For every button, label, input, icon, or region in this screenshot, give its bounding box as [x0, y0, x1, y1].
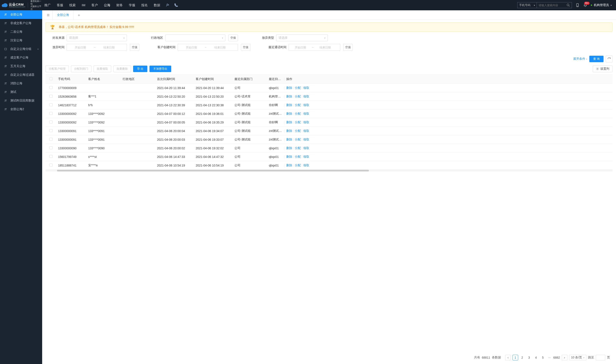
select-all[interactable]	[46, 77, 56, 81]
op-删除[interactable]: 删除	[286, 155, 292, 159]
nav-公海[interactable]: 公海	[104, 3, 110, 7]
op-分配[interactable]: 分配	[295, 95, 301, 99]
mobile-icon[interactable]	[575, 3, 580, 7]
op-领取[interactable]: 领取	[303, 95, 309, 99]
end-date-input[interactable]	[206, 46, 233, 49]
sidebar-item-消防公海[interactable]: 消防公海	[0, 79, 42, 88]
null-button[interactable]: 空值	[130, 44, 139, 51]
nav-财务[interactable]: 财务	[116, 3, 123, 7]
op-删除[interactable]: 删除	[286, 86, 292, 90]
op-删除[interactable]: 删除	[286, 95, 292, 99]
search-icon[interactable]	[565, 3, 572, 8]
page-5[interactable]: 5	[540, 355, 546, 360]
export-unencrypted-button[interactable]: 不加密导出	[150, 66, 171, 72]
op-领取[interactable]: 领取	[303, 146, 309, 150]
page-3[interactable]: 3	[526, 355, 532, 360]
op-分配[interactable]: 分配	[295, 129, 301, 133]
assign-dept-button[interactable]: 分配到部门	[71, 65, 91, 72]
nav-报名[interactable]: 报名	[141, 3, 148, 7]
row-checkbox[interactable]	[46, 138, 56, 141]
start-date-input[interactable]	[289, 46, 312, 49]
op-领取[interactable]: 领取	[303, 138, 309, 142]
last-page[interactable]: 6882	[553, 355, 560, 360]
tab-all-public[interactable]: 全部公海	[52, 10, 74, 20]
add-user-icon[interactable]	[166, 3, 170, 7]
op-分配[interactable]: 分配	[295, 103, 301, 107]
sidebar-item-测试[interactable]: 测试	[0, 88, 42, 96]
row-checkbox[interactable]	[46, 146, 56, 150]
null-button[interactable]: 空值	[228, 34, 238, 41]
prev-page[interactable]: ‹	[505, 355, 511, 360]
op-删除[interactable]: 删除	[286, 129, 292, 133]
next-page[interactable]: ›	[562, 355, 567, 360]
nav-数据[interactable]: 数据	[154, 3, 160, 7]
filter-select[interactable]: 请选择▾	[67, 34, 127, 41]
sidebar-item-测试昨日回库数据[interactable]: 测试昨日回库数据	[0, 96, 42, 105]
bell-icon[interactable]: 99+	[583, 3, 587, 7]
row-checkbox[interactable]	[46, 129, 56, 133]
row-checkbox[interactable]	[46, 164, 56, 167]
row-checkbox[interactable]	[46, 155, 56, 158]
nav-客服[interactable]: 客服	[57, 3, 63, 7]
op-领取[interactable]: 领取	[303, 86, 309, 90]
null-button[interactable]: 空值	[241, 44, 250, 51]
op-分配[interactable]: 分配	[295, 155, 301, 159]
op-分配[interactable]: 分配	[295, 120, 301, 124]
row-checkbox[interactable]	[46, 112, 56, 116]
sidebar-item-自定义公海过滤器[interactable]: 自定义公海过滤器	[0, 71, 42, 79]
op-领取[interactable]: 领取	[303, 120, 309, 124]
sidebar-item-自定义公海分组[interactable]: 自定义公海分组▾	[0, 45, 42, 53]
sidebar-item-全部公海[interactable]: 全部公海	[0, 10, 42, 19]
page-1[interactable]: 1	[513, 355, 518, 360]
end-date-input[interactable]	[95, 46, 122, 49]
row-checkbox[interactable]	[46, 120, 56, 124]
sidebar-item-二咨公海[interactable]: 二咨公海	[0, 27, 42, 36]
search-type-select[interactable]: 手机号码 ▾	[517, 2, 537, 8]
end-date-input[interactable]	[314, 46, 337, 49]
start-date-input[interactable]	[67, 46, 94, 49]
refresh-button[interactable]	[606, 55, 613, 62]
row-checkbox[interactable]	[46, 95, 56, 98]
op-分配[interactable]: 分配	[295, 138, 301, 142]
page-2[interactable]: 2	[519, 355, 525, 360]
jump-input[interactable]	[596, 355, 605, 360]
filter-select[interactable]: 请选择▾	[276, 34, 328, 41]
op-删除[interactable]: 删除	[286, 164, 292, 167]
start-date-input[interactable]	[178, 46, 205, 49]
op-删除[interactable]: 删除	[286, 112, 292, 116]
column-settings-button[interactable]: 设置列	[593, 65, 613, 72]
filter-select[interactable]: ▾	[165, 34, 225, 41]
add-tab-button[interactable]: ＋	[74, 13, 84, 18]
export-button[interactable]: 导 出	[133, 66, 147, 72]
page-4[interactable]: 4	[533, 355, 539, 360]
op-分配[interactable]: 分配	[295, 112, 301, 116]
op-领取[interactable]: 领取	[303, 129, 309, 133]
query-button[interactable]: 查 询	[589, 56, 603, 62]
op-分配[interactable]: 分配	[295, 146, 301, 150]
collapse-sidebar-icon[interactable]	[44, 13, 52, 17]
op-删除[interactable]: 删除	[286, 138, 292, 142]
assign-manager-button[interactable]: 分配客户经理	[46, 65, 69, 72]
nav-线索[interactable]: 线索	[69, 3, 76, 7]
op-领取[interactable]: 领取	[303, 155, 309, 159]
search-input[interactable]	[537, 3, 565, 8]
sidebar-item-注安公海[interactable]: 注安公海	[0, 36, 42, 45]
phone-icon[interactable]	[174, 3, 178, 7]
sidebar-item-五月天公海[interactable]: 五月天公海	[0, 62, 42, 71]
op-分配[interactable]: 分配	[295, 86, 301, 90]
h-scrollbar[interactable]	[46, 170, 613, 171]
user-menu[interactable]: 机构管理员 ▾	[591, 3, 612, 7]
sidebar-item-非成交客户公海[interactable]: 非成交客户公海	[0, 19, 42, 27]
op-删除[interactable]: 删除	[286, 103, 292, 107]
nav-IM[interactable]: IM	[82, 3, 85, 7]
sidebar-item-全部公海2[interactable]: 全部公海2	[0, 105, 42, 114]
op-领取[interactable]: 领取	[303, 103, 309, 107]
row-checkbox[interactable]	[46, 103, 56, 107]
op-领取[interactable]: 领取	[303, 112, 309, 116]
op-删除[interactable]: 删除	[286, 120, 292, 124]
op-领取[interactable]: 领取	[303, 164, 309, 167]
batch-delete-button[interactable]: 批量删除	[113, 65, 131, 72]
page-size-select[interactable]: 10 条/页 ▾	[569, 355, 586, 360]
op-删除[interactable]: 删除	[286, 146, 292, 150]
expand-filters-link[interactable]: 展开条件 ▾	[573, 57, 587, 61]
